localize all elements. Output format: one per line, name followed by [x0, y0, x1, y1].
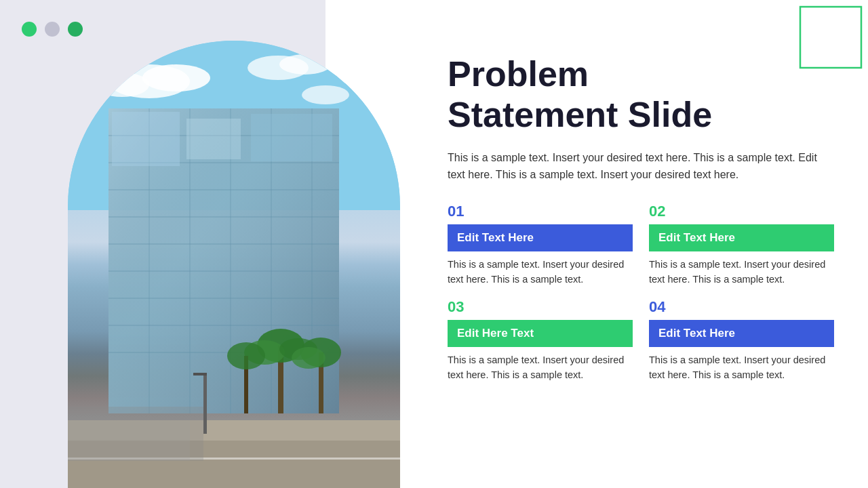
- svg-point-7: [302, 85, 349, 104]
- item-block-3: 03Edit Here TextThis is a sample text. I…: [448, 298, 633, 383]
- svg-rect-40: [193, 373, 207, 375]
- svg-point-35: [227, 342, 265, 369]
- item-block-2: 02Edit Text HereThis is a sample text. I…: [649, 203, 834, 287]
- svg-point-4: [95, 73, 149, 97]
- dot-3: [68, 22, 83, 37]
- item-number-1: 01: [448, 203, 633, 220]
- arch-image-container: [68, 41, 400, 488]
- svg-rect-26: [251, 114, 332, 161]
- item-desc-2: This is a sample text. Insert your desir…: [649, 257, 834, 287]
- item-label-4[interactable]: Edit Text Here: [649, 320, 834, 347]
- items-grid: 01Edit Text HereThis is a sample text. I…: [448, 203, 834, 383]
- dot-2: [45, 22, 60, 37]
- item-number-2: 02: [649, 203, 834, 220]
- item-label-2[interactable]: Edit Text Here: [649, 224, 834, 251]
- dots-container: [22, 22, 83, 37]
- slide: Problem Statement Slide This is a sample…: [0, 0, 868, 488]
- item-label-1[interactable]: Edit Text Here: [448, 224, 633, 251]
- svg-rect-24: [112, 112, 180, 166]
- svg-rect-25: [186, 119, 241, 159]
- right-content: Problem Statement Slide This is a sample…: [434, 41, 854, 396]
- item-label-3[interactable]: Edit Here Text: [448, 320, 633, 347]
- item-block-1: 01Edit Text HereThis is a sample text. I…: [448, 203, 633, 287]
- svg-point-3: [142, 64, 210, 92]
- svg-rect-39: [203, 373, 207, 434]
- item-block-4: 04Edit Text HereThis is a sample text. I…: [649, 298, 834, 383]
- item-number-4: 04: [649, 298, 834, 316]
- item-desc-4: This is a sample text. Insert your desir…: [649, 352, 834, 383]
- item-number-3: 03: [448, 298, 633, 316]
- svg-rect-42: [68, 420, 190, 461]
- item-desc-1: This is a sample text. Insert your desir…: [448, 257, 633, 287]
- building-image: [68, 41, 400, 488]
- subtitle-text: This is a sample text. Insert your desir…: [448, 149, 834, 184]
- dot-1: [22, 22, 37, 37]
- svg-point-6: [279, 54, 331, 75]
- svg-point-33: [292, 347, 326, 369]
- item-desc-3: This is a sample text. Insert your desir…: [448, 352, 633, 383]
- main-title: Problem Statement Slide: [448, 54, 834, 136]
